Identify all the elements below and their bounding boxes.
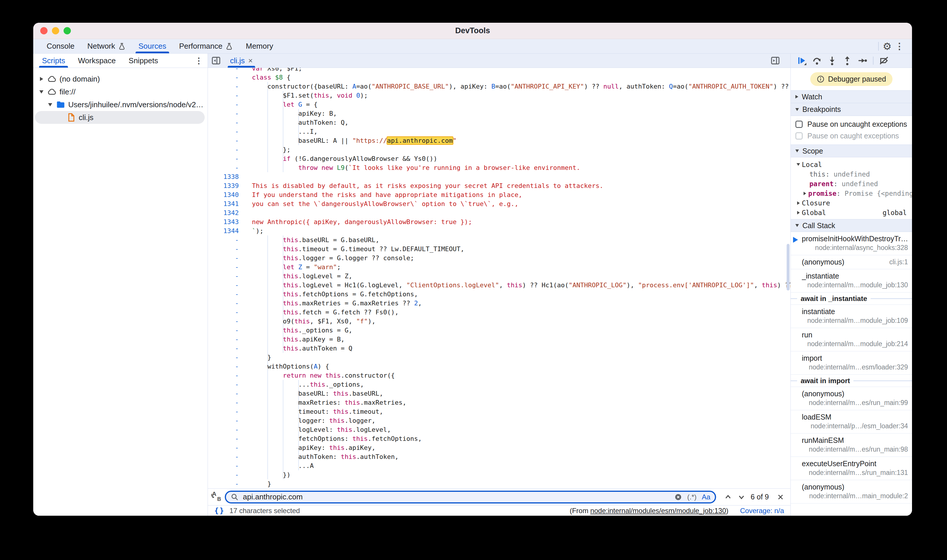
coverage-link[interactable]: Coverage: n/a xyxy=(740,507,784,515)
code-line[interactable]: - timeout: this.timeout, xyxy=(208,407,790,416)
pretty-print-icon[interactable]: {} xyxy=(214,506,225,515)
line-gutter[interactable]: - xyxy=(208,407,245,416)
line-gutter[interactable]: - xyxy=(208,353,245,362)
line-gutter[interactable]: - xyxy=(208,398,245,407)
line-gutter[interactable]: - xyxy=(208,145,245,154)
line-gutter[interactable]: - xyxy=(208,68,245,73)
line-gutter[interactable]: - xyxy=(208,73,245,82)
code-line[interactable]: - }) xyxy=(208,470,790,479)
line-gutter[interactable]: - xyxy=(208,281,245,289)
tab-sources[interactable]: Sources xyxy=(132,39,173,53)
code-line[interactable]: - baseURL: this.baseURL, xyxy=(208,389,790,398)
chevron-down-icon[interactable] xyxy=(795,163,802,166)
section-call-stack[interactable]: Call Stack xyxy=(791,219,912,232)
line-gutter[interactable]: - xyxy=(208,163,245,172)
code-line[interactable]: -class $8 { xyxy=(208,73,790,82)
code-line[interactable]: - constructor({baseURL: A=ao("ANTHROPIC_… xyxy=(208,82,790,91)
open-panel-right-icon[interactable] xyxy=(769,54,782,68)
settings-gear-icon[interactable]: ⚙ xyxy=(883,42,891,51)
source-origin-link[interactable]: node:internal/modules/esm/module_job:130 xyxy=(591,507,726,515)
code-line[interactable]: - ...this._options, xyxy=(208,380,790,389)
line-gutter[interactable]: - xyxy=(208,452,245,461)
line-gutter[interactable]: - xyxy=(208,308,245,317)
code-line[interactable]: - this._options = G, xyxy=(208,326,790,335)
code-line[interactable]: - fetchOptions: this.fetchOptions, xyxy=(208,434,790,443)
code-line[interactable]: - authToken: this.authToken, xyxy=(208,452,790,461)
code-line[interactable]: - this.baseURL = G.baseURL, xyxy=(208,235,790,245)
code-line[interactable]: - baseURL: A || "https://api.anthropic.c… xyxy=(208,136,790,145)
scrollbar-thumb[interactable] xyxy=(787,244,790,291)
zoom-window-button[interactable] xyxy=(63,27,71,34)
code-line[interactable]: - let Z = "warn"; xyxy=(208,263,790,272)
replace-toggle-icon[interactable]: A B xyxy=(208,490,225,504)
close-window-button[interactable] xyxy=(40,27,48,34)
navigator-tab-workspace[interactable]: Workspace xyxy=(71,54,122,68)
code-line[interactable]: - logLevel: this.logLevel, xyxy=(208,425,790,434)
search-input[interactable]: api.anthropic.com (.*) Aa xyxy=(225,491,716,503)
line-gutter[interactable]: - xyxy=(208,443,245,452)
section-scope[interactable]: Scope xyxy=(791,145,912,157)
chevron-right-icon[interactable] xyxy=(795,211,802,214)
code-line[interactable]: - o9(this, $F1, Xs0, "f"), xyxy=(208,317,790,326)
step-into-button[interactable] xyxy=(825,54,839,67)
code-line[interactable]: - this.timeout = G.timeout ?? Lw.DEFAULT… xyxy=(208,245,790,254)
code-line[interactable]: - } xyxy=(208,479,790,488)
checkbox-unchecked-icon[interactable] xyxy=(795,121,803,128)
code-line[interactable]: - let G = { xyxy=(208,100,790,109)
call-stack-frame[interactable]: runnode:internal/m…module_job:214 xyxy=(791,328,912,351)
call-stack-frame[interactable]: instantiatenode:internal/m…module_job:10… xyxy=(791,305,912,328)
line-gutter[interactable]: - xyxy=(208,362,245,371)
code-line[interactable]: - throw new L9(`It looks like you're run… xyxy=(208,163,790,172)
tab-performance[interactable]: Performance xyxy=(173,39,239,53)
code-line[interactable]: 1343new Anthropic({ apiKey, dangerouslyA… xyxy=(208,217,790,226)
previous-match-button[interactable] xyxy=(721,490,735,504)
code-line[interactable]: - withOptions(A) { xyxy=(208,362,790,371)
call-stack-frame[interactable]: _instantiatenode:internal/m…module_job:1… xyxy=(791,269,912,292)
section-breakpoints[interactable]: Breakpoints xyxy=(791,103,912,116)
code-line[interactable]: - ...A xyxy=(208,461,790,470)
line-gutter[interactable]: - xyxy=(208,380,245,389)
code-line[interactable]: - } xyxy=(208,353,790,362)
line-gutter[interactable]: - xyxy=(208,425,245,434)
line-gutter[interactable]: - xyxy=(208,100,245,109)
navigator-tab-snippets[interactable]: Snippets xyxy=(122,54,165,68)
next-match-button[interactable] xyxy=(735,490,748,504)
code-line[interactable]: - this.logLevel = Z, xyxy=(208,272,790,281)
tree-item--no-domain-[interactable]: (no domain) xyxy=(33,72,208,85)
code-line[interactable]: - this.authToken = Q xyxy=(208,344,790,353)
tree-item-users-jinhuilee-nvm-versions-node-v2-[interactable]: Users/jinhuilee/.nvm/versions/node/v2… xyxy=(33,98,208,111)
search-query-text[interactable]: api.anthropic.com xyxy=(243,492,303,502)
code-line[interactable]: 1339This is disabled by default, as it r… xyxy=(208,181,790,190)
line-gutter[interactable]: - xyxy=(208,235,245,245)
call-stack-frame[interactable]: (anonymous)node:internal/m…main_module:2 xyxy=(791,480,912,503)
chevron-down-icon[interactable] xyxy=(46,103,54,106)
chevron-right-icon[interactable] xyxy=(801,192,808,195)
line-gutter[interactable]: - xyxy=(208,254,245,263)
chevron-down-icon[interactable] xyxy=(37,90,45,94)
line-gutter[interactable]: - xyxy=(208,416,245,425)
line-gutter[interactable]: - xyxy=(208,470,245,479)
code-line[interactable]: - this.logger = G.logger ?? console; xyxy=(208,254,790,263)
line-gutter[interactable]: - xyxy=(208,335,245,344)
code-line[interactable]: - $F1.set(this, void 0); xyxy=(208,91,790,100)
line-gutter[interactable]: - xyxy=(208,326,245,335)
tab-network[interactable]: Network xyxy=(81,39,132,53)
call-stack-frame[interactable]: executeUserEntryPointnode:internal/m…s/r… xyxy=(791,457,912,480)
code-line[interactable]: - apiKey: this.apiKey, xyxy=(208,443,790,452)
line-gutter[interactable]: 1343 xyxy=(208,217,245,226)
code-line[interactable]: 1344`); xyxy=(208,226,790,235)
line-gutter[interactable]: - xyxy=(208,154,245,163)
step-over-button[interactable] xyxy=(810,54,824,67)
resume-script-button[interactable] xyxy=(795,54,809,67)
chevron-right-icon[interactable] xyxy=(795,202,802,205)
match-case-toggle-icon[interactable]: Aa xyxy=(702,493,710,501)
editor-tab-clijs[interactable]: cli.js × xyxy=(224,54,259,68)
call-stack-frame[interactable]: (anonymous)node:internal/m…es/run_main:9… xyxy=(791,387,912,410)
minimize-window-button[interactable] xyxy=(52,27,59,34)
code-line[interactable]: - logger: this.logger, xyxy=(208,416,790,425)
scope-group-closure[interactable]: Closure xyxy=(791,198,912,208)
code-line[interactable]: 1338 xyxy=(208,172,790,181)
code-line[interactable]: - maxRetries: this.maxRetries, xyxy=(208,398,790,407)
code-editor[interactable]: -var Xs0, $F1;-class $8 {- constructor({… xyxy=(208,68,790,488)
breakpoint-option[interactable]: Pause on uncaught exceptions xyxy=(791,118,912,130)
